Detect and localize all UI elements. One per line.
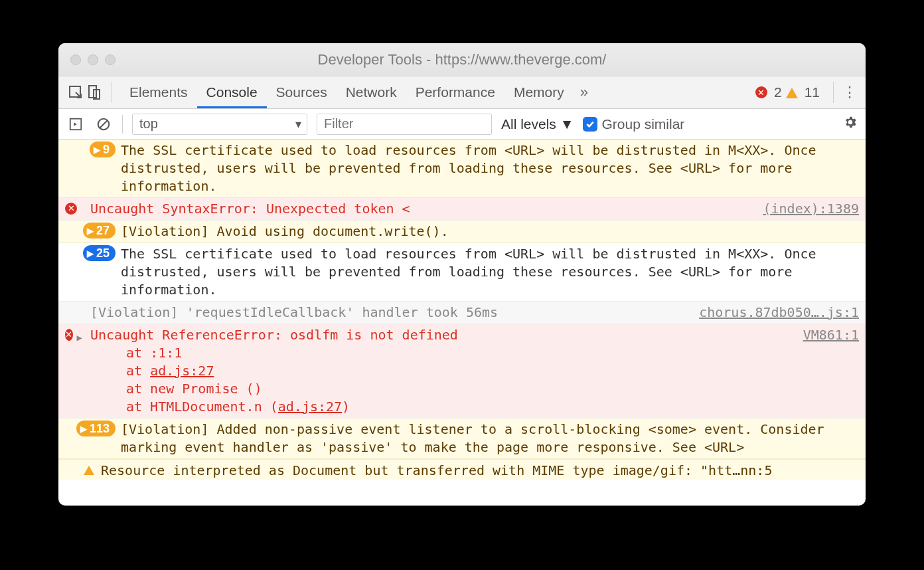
svg-line-5 xyxy=(100,120,108,128)
zoom-window-button[interactable] xyxy=(105,54,116,65)
console-message[interactable]: ▶25The SSL certificate used to load reso… xyxy=(58,243,866,302)
devtools-tabbar: ElementsConsoleSourcesNetworkPerformance… xyxy=(58,76,866,109)
stack-frame: at :1:1 xyxy=(90,344,859,362)
group-similar-checkbox[interactable] xyxy=(583,117,597,132)
console-message[interactable]: ✕▶Uncaught ReferenceError: osdlfm is not… xyxy=(58,324,866,419)
tab-network[interactable]: Network xyxy=(337,76,406,108)
message-count-pill[interactable]: ▶113 xyxy=(76,421,116,436)
warning-count: 11 xyxy=(805,84,820,100)
inspect-element-icon[interactable] xyxy=(66,83,85,102)
context-value: top xyxy=(139,116,158,132)
message-count-pill[interactable]: ▶25 xyxy=(83,245,116,261)
error-warning-counts[interactable]: ✕ 2 11 xyxy=(755,84,820,100)
group-similar-label: Group similar xyxy=(601,116,684,132)
window-titlebar: Developer Tools - https://www.theverge.c… xyxy=(58,43,866,76)
devtools-window: Developer Tools - https://www.theverge.c… xyxy=(58,43,866,506)
minimize-window-button[interactable] xyxy=(88,54,98,65)
message-text: [Violation] Avoid using document.write()… xyxy=(121,223,859,240)
close-window-button[interactable] xyxy=(70,54,81,65)
tabs-overflow-button[interactable]: » xyxy=(580,84,588,101)
log-levels-selector[interactable]: All levels ▼ xyxy=(501,116,574,132)
console-message[interactable]: ▶27[Violation] Avoid using document.writ… xyxy=(58,221,866,243)
kebab-menu-icon[interactable]: ⋮ xyxy=(842,84,858,101)
tab-elements[interactable]: Elements xyxy=(120,76,197,108)
message-source-link[interactable]: VM861:1 xyxy=(803,326,859,344)
console-toolbar: top All levels ▼ Group similar xyxy=(58,109,866,140)
message-count-pill[interactable]: ▶9 xyxy=(90,142,116,157)
svg-rect-1 xyxy=(89,86,96,98)
tab-performance[interactable]: Performance xyxy=(406,76,504,108)
console-messages[interactable]: ▶9The SSL certificate used to load resou… xyxy=(58,140,866,506)
message-text: The SSL certificate used to load resourc… xyxy=(121,245,859,299)
message-text: Uncaught ReferenceError: osdlfm is not d… xyxy=(90,326,790,344)
message-source-link[interactable]: (index):1389 xyxy=(763,200,860,218)
warning-icon xyxy=(84,466,94,475)
filter-input[interactable] xyxy=(317,114,492,135)
error-icon: ✕ xyxy=(755,86,767,98)
console-settings-icon[interactable] xyxy=(843,115,858,134)
message-count-pill[interactable]: ▶27 xyxy=(83,223,116,238)
clear-console-icon[interactable] xyxy=(94,115,113,134)
window-title: Developer Tools - https://www.theverge.c… xyxy=(58,51,866,68)
stack-frame: at ad.js:27 xyxy=(90,362,859,380)
tab-memory[interactable]: Memory xyxy=(504,76,574,108)
stack-frame-link[interactable]: ad.js:27 xyxy=(278,399,342,415)
message-text: Uncaught SyntaxError: Unexpected token < xyxy=(90,200,750,218)
message-text: [Violation] Added non-passive event list… xyxy=(121,421,859,456)
error-icon: ✕ xyxy=(65,329,73,341)
stack-frame-link[interactable]: ad.js:27 xyxy=(150,363,214,379)
console-message[interactable]: ▶113[Violation] Added non-passive event … xyxy=(58,419,866,459)
expand-stack-icon[interactable]: ▶ xyxy=(77,329,82,416)
message-source-link[interactable]: chorus.87db050….js:1 xyxy=(699,304,859,322)
error-icon: ✕ xyxy=(65,203,77,215)
console-message[interactable]: ▶9The SSL certificate used to load resou… xyxy=(58,140,866,198)
console-message[interactable]: ✕Uncaught SyntaxError: Unexpected token … xyxy=(58,198,866,221)
toggle-console-sidebar-icon[interactable] xyxy=(66,115,85,134)
window-controls xyxy=(58,54,116,65)
stack-frame: at HTMLDocument.n (ad.js:27) xyxy=(90,398,859,416)
console-message[interactable]: [Violation] 'requestIdleCallback' handle… xyxy=(58,302,866,324)
message-text: The SSL certificate used to load resourc… xyxy=(121,142,859,195)
error-count: 2 xyxy=(774,84,782,100)
tab-sources[interactable]: Sources xyxy=(267,76,337,108)
console-message[interactable]: Resource interpreted as Document but tra… xyxy=(58,459,866,480)
tab-console[interactable]: Console xyxy=(197,76,267,108)
warning-icon xyxy=(786,88,798,98)
context-selector[interactable]: top xyxy=(132,114,307,135)
message-text: [Violation] 'requestIdleCallback' handle… xyxy=(90,304,686,322)
stack-frame: at new Promise () xyxy=(90,380,859,398)
device-toolbar-icon[interactable] xyxy=(85,83,104,102)
